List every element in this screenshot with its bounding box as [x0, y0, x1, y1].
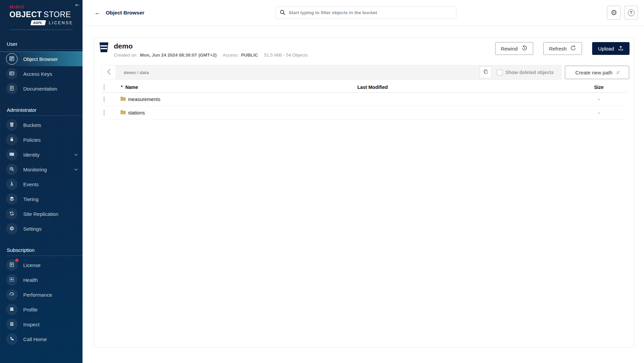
identity-icon: [9, 152, 14, 158]
object-size: -: [577, 110, 621, 116]
objects-table: ▲ Name Last Modified Size measurements: [101, 82, 627, 120]
breadcrumb-back-button[interactable]: [102, 65, 116, 79]
filter-objects-input[interactable]: [276, 6, 456, 19]
row-checkbox[interactable]: [104, 96, 104, 102]
agpl-badge: AGPL: [30, 20, 46, 25]
access-keys-icon: [9, 71, 14, 77]
back-arrow-icon[interactable]: ←: [94, 9, 101, 16]
performance-icon: [9, 292, 14, 298]
sidebar-item-identity[interactable]: Identity: [0, 147, 83, 162]
page-title: Object Browser: [106, 10, 144, 16]
minio-console: ⇤ MINIO OBJECTSTORE AGPL LICENSE User Ob…: [0, 0, 644, 363]
bucket-meta: Created on: Mon, Jun 24 2024 08:30:07 (G…: [114, 53, 308, 58]
sidebar-item-settings[interactable]: ⚙ Settings: [0, 221, 83, 236]
upload-icon: [618, 45, 624, 52]
copy-path-button[interactable]: [480, 66, 492, 78]
policies-icon: [9, 137, 14, 143]
sidebar-item-label: Identity: [23, 152, 39, 158]
show-deleted-checkbox[interactable]: [497, 70, 503, 75]
gear-icon: ⚙: [611, 8, 617, 17]
site-replication-icon: [9, 211, 14, 217]
sidebar-item-monitoring[interactable]: Monitoring: [0, 162, 83, 177]
license-label: LICENSE: [49, 21, 73, 25]
minio-brand-text: MINIO: [9, 4, 73, 9]
object-browser-icon: [9, 56, 14, 62]
browse-row: demo / data Show deleted objects Creat: [101, 65, 629, 80]
main-area: ← Object Browser ⚙ ? demo: [83, 0, 644, 363]
content-area: demo Created on: Mon, Jun 24 2024 08:30:…: [83, 26, 644, 363]
settings-button[interactable]: ⚙: [607, 6, 621, 20]
buckets-icon: [9, 122, 14, 128]
sidebar-item-performance[interactable]: Performance: [0, 287, 83, 302]
sidebar-item-label: License: [23, 262, 41, 268]
table-row[interactable]: stations -: [101, 106, 627, 120]
sidebar-item-inspect[interactable]: Inspect: [0, 317, 83, 332]
documentation-icon: [9, 86, 14, 92]
access-value: PUBLIC: [241, 53, 258, 58]
minio-logo: MINIO OBJECTSTORE AGPL LICENSE: [0, 0, 83, 25]
select-all-checkbox[interactable]: [104, 84, 104, 90]
monitoring-icon: [9, 166, 14, 173]
sidebar-item-label: Access Keys: [23, 71, 52, 77]
chevron-left-icon: [107, 68, 111, 76]
health-icon: [9, 277, 14, 283]
sidebar-item-site-replication[interactable]: Site Replication: [0, 206, 83, 221]
sidebar-item-documentation[interactable]: Documentation: [0, 81, 83, 96]
row-checkbox[interactable]: [104, 110, 104, 116]
section-label-administrator: Administrator: [0, 101, 83, 116]
create-new-path-button[interactable]: Create new path ://: [565, 66, 629, 79]
chevron-down-icon[interactable]: [74, 168, 78, 171]
sidebar-item-tiering[interactable]: Tiering: [0, 192, 83, 206]
license-alert-badge: [15, 259, 19, 262]
show-deleted-toggle: Show deleted objects: [497, 70, 554, 75]
sidebar-item-label: Policies: [23, 137, 41, 143]
column-header-name[interactable]: ▲ Name: [120, 85, 357, 90]
bucket-actions: Rewind Refresh Upload: [495, 42, 630, 55]
sidebar-section-subscription: Subscription License Health: [0, 241, 83, 346]
sidebar-item-label: Object Browser: [23, 56, 58, 62]
breadcrumb-bar: demo / data Show deleted objects: [101, 65, 561, 80]
table-row[interactable]: measurements -: [101, 93, 627, 106]
sidebar-item-call-home[interactable]: Call Home: [0, 332, 83, 346]
rewind-icon: [521, 45, 527, 52]
logo-title: OBJECTSTORE: [9, 10, 73, 19]
sidebar-item-object-browser[interactable]: Object Browser: [0, 52, 83, 66]
license-icon: [9, 262, 14, 268]
settings-icon: ⚙: [9, 226, 14, 231]
tiering-icon: [9, 196, 14, 202]
topbar: ← Object Browser ⚙ ?: [83, 0, 644, 26]
sidebar-item-license[interactable]: License: [0, 258, 83, 272]
sidebar-item-label: Monitoring: [23, 167, 47, 172]
sidebar-collapse-icon[interactable]: ⇤: [75, 2, 79, 8]
sidebar-item-label: Tiering: [23, 196, 38, 202]
column-header-size[interactable]: Size: [577, 85, 621, 90]
sidebar-item-health[interactable]: Health: [0, 272, 83, 287]
sidebar-item-profile[interactable]: Profile: [0, 302, 83, 317]
chevron-down-icon[interactable]: [74, 154, 78, 156]
show-deleted-label: Show deleted objects: [506, 70, 554, 75]
sidebar-item-events[interactable]: λ Events: [0, 177, 83, 192]
logo-license-row: AGPL LICENSE: [9, 20, 73, 25]
sidebar-item-label: Inspect: [23, 322, 39, 327]
table-header: ▲ Name Last Modified Size: [101, 82, 627, 93]
search-icon: [280, 9, 286, 17]
refresh-button[interactable]: Refresh: [543, 42, 582, 55]
breadcrumb[interactable]: demo / data: [124, 70, 480, 75]
folder-icon: [120, 96, 126, 102]
column-header-last-modified[interactable]: Last Modified: [357, 85, 577, 90]
sidebar-item-policies[interactable]: Policies: [0, 132, 83, 147]
created-on-label: Created on:: [114, 53, 138, 58]
rewind-button[interactable]: Rewind: [495, 42, 533, 55]
folder-icon: [120, 110, 126, 116]
sidebar-section-administrator: Administrator Buckets Policies: [0, 101, 83, 236]
upload-button[interactable]: Upload: [592, 42, 630, 55]
search-box: [276, 6, 456, 19]
bucket-header: demo Created on: Mon, Jun 24 2024 08:30:…: [99, 42, 630, 58]
sidebar-item-access-keys[interactable]: Access Keys: [0, 66, 83, 81]
sidebar: ⇤ MINIO OBJECTSTORE AGPL LICENSE User Ob…: [0, 0, 83, 363]
sidebar-item-buckets[interactable]: Buckets: [0, 118, 83, 132]
help-button[interactable]: ?: [624, 6, 638, 20]
copy-icon: [483, 69, 488, 76]
help-icon: ?: [628, 9, 635, 16]
bucket-usage: 51.5 MiB - 54 Objects: [264, 53, 308, 58]
